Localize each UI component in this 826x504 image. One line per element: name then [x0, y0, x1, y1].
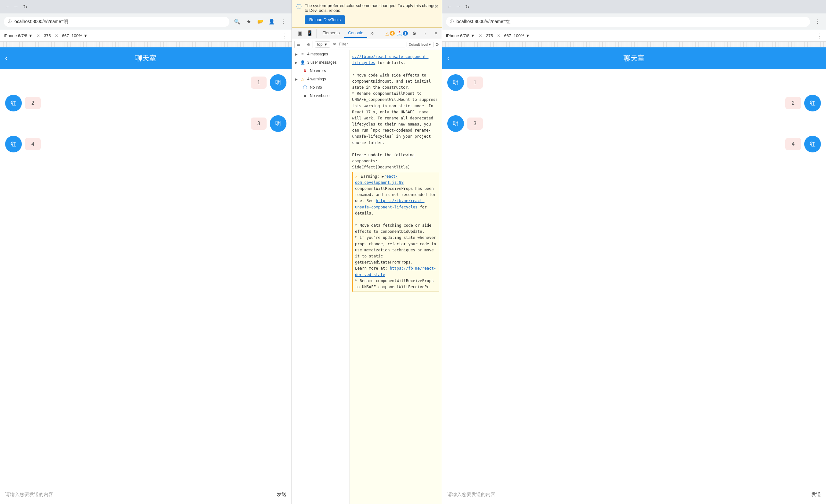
menu-icon-right[interactable]: ⋮	[813, 17, 822, 26]
expand-icon: ▶	[295, 53, 298, 56]
devtools-notification: ⓘ The system-preferred color scheme has …	[292, 0, 442, 27]
info-icon: ⓘ	[296, 4, 301, 10]
table-row: 明 3	[5, 115, 286, 132]
device-dropdown-icon-right: ▼	[471, 33, 475, 38]
tab-more-icon[interactable]: »	[368, 28, 376, 38]
chat-input-right[interactable]: 请输入您要发送的内容	[447, 492, 808, 498]
console-output[interactable]: s://fb.me/react-unsafe-component-lifecyc…	[350, 50, 442, 504]
filter-input[interactable]	[338, 41, 405, 47]
sidebar-item-verbose[interactable]: ■ No verbose	[292, 91, 349, 100]
avatar: 明	[270, 115, 286, 132]
back-arrow-left[interactable]: ‹	[5, 54, 7, 62]
ruler-h-right	[442, 42, 826, 47]
react-dom-link-1[interactable]: s://fb.me/react-unsafe-component-lifecyc…	[352, 54, 428, 65]
warn-badge: 4	[390, 31, 395, 36]
url-input-right[interactable]: ⓘ localhost:8000/#/?name=红	[446, 17, 810, 27]
back-arrow-right[interactable]: ‹	[447, 54, 450, 62]
react-unsafe-link[interactable]: http s://fb.me/react-unsafe-component-li…	[355, 198, 424, 209]
top-select[interactable]: top ▼	[315, 41, 330, 48]
extension-icon-left[interactable]: 🤛	[256, 17, 264, 26]
ruler-right	[442, 42, 826, 47]
chat-container-right: ‹ 聊天室 明 1 红 2 明 3	[442, 47, 826, 504]
device-select-right[interactable]: iPhone 6/7/8 ▼	[446, 33, 475, 38]
forward-button-right[interactable]: →	[454, 2, 463, 11]
device-bar-menu-left[interactable]: ⋮	[282, 33, 288, 40]
top-dropdown-icon: ▼	[324, 42, 328, 47]
notification-text: The system-preferred color scheme has ch…	[305, 3, 437, 13]
sidebar-item-errors[interactable]: ✘ No errors	[292, 67, 349, 75]
list-item: △ Warning: ▶react-dom.development.js:88 …	[352, 172, 439, 292]
default-level-button[interactable]: Default level▼	[407, 42, 434, 47]
user-messages-label: 3 user messages	[307, 60, 337, 65]
top-label: top	[317, 42, 322, 47]
dots-icon[interactable]: ⋮	[421, 29, 430, 38]
messages-list-icon: ≡	[300, 52, 305, 56]
chat-input-left[interactable]: 请输入您要发送的内容	[5, 492, 273, 498]
tab-console[interactable]: Console	[344, 28, 367, 38]
device-name-right: iPhone 6/7/8	[446, 33, 469, 38]
ruler-left	[0, 42, 292, 47]
avatar: 红	[5, 95, 22, 112]
bubble: 1	[467, 76, 483, 89]
bookmark-icon-left[interactable]: ★	[244, 17, 253, 26]
warn-icon: △	[300, 77, 305, 81]
width-value-right: 375	[486, 33, 493, 38]
user-messages-icon: 👤	[300, 60, 305, 65]
console-toolbar: ☰ ⊘ top ▼ 👁 Default level▼ ⚙	[292, 39, 442, 50]
account-icon-left[interactable]: 👤	[267, 17, 276, 26]
sidebar-item-messages[interactable]: ▶ ≡ 4 messages	[292, 50, 349, 58]
sidebar-item-warnings[interactable]: ▶ △ 4 warnings	[292, 75, 349, 83]
react-derived-state-link[interactable]: https://fb.me/react-derived-state	[355, 266, 436, 277]
bubble: 2	[785, 97, 801, 109]
devtools-tabs: ▣ 📱 Elements Console » △ 4 📩 1 ⚙	[292, 27, 442, 39]
info-label: No info	[310, 85, 322, 90]
sidebar-toggle[interactable]: ☰	[294, 41, 302, 48]
chat-header-right: ‹ 聊天室	[442, 47, 826, 69]
back-button-left[interactable]: ←	[3, 2, 11, 11]
lock-icon-right: ⓘ	[450, 19, 454, 24]
device-select-left[interactable]: iPhone 6/7/8 ▼	[4, 33, 33, 38]
avatar: 明	[447, 115, 464, 132]
width-value-left: 375	[44, 33, 51, 38]
eye-icon[interactable]: 👁	[333, 42, 337, 47]
devtools-inner: ⓘ The system-preferred color scheme has …	[292, 0, 442, 504]
chat-send-right[interactable]: 发送	[811, 492, 821, 498]
sidebar-item-info[interactable]: ⓘ No info	[292, 83, 349, 91]
reload-devtools-button[interactable]: Reload DevTools	[305, 15, 345, 24]
zoom-select-right[interactable]: 100% ▼	[514, 33, 530, 38]
close-devtools-icon[interactable]: ✕	[431, 29, 440, 38]
errors-label: No errors	[310, 68, 326, 73]
zoom-select-left[interactable]: 100% ▼	[71, 33, 87, 38]
chat-send-left[interactable]: 发送	[277, 492, 286, 498]
expand-icon: ▶	[295, 77, 298, 81]
menu-icon-left[interactable]: ⋮	[279, 17, 288, 26]
console-gear-icon[interactable]: ⚙	[435, 42, 439, 47]
height-value-right: 667	[504, 33, 511, 38]
search-icon-left[interactable]: 🔍	[233, 17, 242, 26]
close-icon[interactable]: ✕	[434, 3, 438, 9]
dim-x-left: ✕	[55, 33, 58, 38]
sidebar-item-user-messages[interactable]: ▶ 👤 3 user messages	[292, 58, 349, 67]
reload-button-left[interactable]: ↻	[20, 2, 30, 11]
height-value-left: 667	[62, 33, 69, 38]
reload-button-right[interactable]: ↻	[463, 2, 472, 11]
react-dom-link-2[interactable]: react-dom.development.js:88	[355, 174, 404, 185]
bubble: 2	[25, 97, 41, 109]
dim-x-right: ✕	[497, 33, 500, 38]
device-bar-menu-right[interactable]: ⋮	[816, 33, 822, 40]
tab-elements[interactable]: Elements	[318, 28, 344, 38]
warnings-label: 4 warnings	[307, 77, 326, 81]
verbose-icon: ■	[303, 93, 307, 98]
clear-console-icon[interactable]: ⊘	[305, 41, 312, 48]
url-input-left[interactable]: ⓘ localhost:8000/#/?name=明	[4, 17, 229, 27]
gear-icon[interactable]: ⚙	[410, 29, 419, 38]
main-layout: ← → ↻ ⓘ localhost:8000/#/?name=明 🔍 ★ 🤛 👤…	[0, 0, 826, 504]
table-row: 红 2	[447, 95, 821, 112]
forward-button-left[interactable]: →	[11, 2, 20, 11]
back-button-right[interactable]: ←	[445, 2, 454, 11]
inspect-icon[interactable]: ▣	[295, 29, 304, 38]
table-row: 红 4	[447, 136, 821, 152]
device-icon[interactable]: 📱	[305, 29, 314, 38]
console-sidebar: ▶ ≡ 4 messages ▶ 👤 3 user messages ✘ No …	[292, 50, 350, 504]
verbose-label: No verbose	[310, 93, 330, 98]
